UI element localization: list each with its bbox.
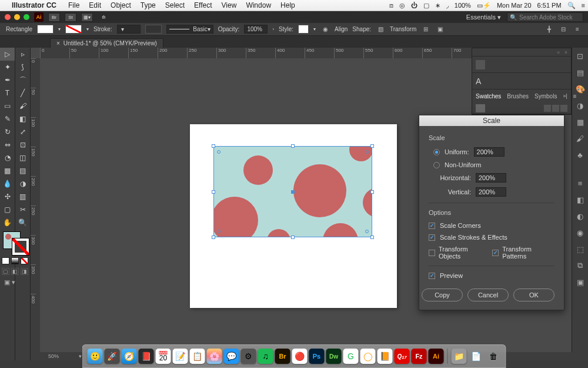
dock-illustrator[interactable]: Ai — [429, 349, 444, 364]
wifi-icon[interactable]: ◞ — [443, 2, 452, 9]
zoom-level[interactable]: 50% — [48, 353, 72, 359]
uniform-radio[interactable] — [433, 149, 440, 155]
dock-dreamweaver[interactable]: Dw — [326, 349, 342, 364]
dock-chrome[interactable]: 🔴 — [292, 349, 308, 364]
maximize-button[interactable] — [24, 14, 29, 20]
bluetooth-icon[interactable]: ∗ — [432, 2, 443, 9]
panel-gradient-icon[interactable]: ◧ — [572, 191, 588, 208]
panel-artboards-icon[interactable]: ▣ — [572, 274, 588, 290]
panel-symbols-icon[interactable]: ♣ — [572, 147, 588, 163]
menu-select[interactable]: Select — [161, 1, 189, 9]
character-panel-icon[interactable]: A — [476, 77, 481, 86]
spotlight-icon[interactable]: 🔍 — [564, 2, 579, 9]
graph-tool[interactable]: ▥ — [15, 190, 30, 203]
panel-transparency-icon[interactable]: ◐ — [572, 208, 588, 224]
curvature-tool[interactable]: ⌒ — [15, 74, 30, 87]
dock-photoshop[interactable]: Ps — [309, 349, 325, 364]
date[interactable]: Mon Mar 20 — [494, 2, 534, 9]
search-stock-input[interactable]: 🔍 Search Adobe Stock — [507, 12, 583, 22]
dock-launchpad[interactable]: 🚀 — [105, 349, 120, 364]
transform-icon[interactable]: ⊞ — [421, 25, 430, 34]
menu-file[interactable]: File — [64, 1, 84, 9]
graphic-style-swatch[interactable] — [298, 25, 309, 34]
menu-type[interactable]: Type — [136, 1, 161, 9]
dock-downloads[interactable]: 📁 — [452, 349, 467, 364]
panel-colorguide-icon[interactable]: ◑ — [572, 97, 588, 114]
free-transform-tool[interactable]: ⊡ — [15, 138, 30, 151]
tab-symbols[interactable]: Symbols — [534, 93, 557, 100]
blend-tool[interactable]: ◑ — [15, 177, 30, 190]
battery-pct[interactable]: 100% — [452, 2, 474, 9]
draw-behind-btn[interactable]: ◧ — [11, 268, 19, 275]
panel-graphicstyles-icon[interactable]: ⬚ — [572, 241, 588, 257]
panel-stroke-icon[interactable]: ≡ — [572, 175, 588, 191]
dock-safari[interactable]: 🧭 — [122, 349, 137, 364]
pencil-tool[interactable]: ✎ — [0, 112, 15, 125]
brush-tool[interactable]: 🖌 — [15, 100, 30, 112]
gradient-mode-btn[interactable] — [11, 257, 19, 264]
cc-icon[interactable]: ◎ — [396, 2, 408, 9]
type-tool[interactable]: T — [0, 87, 15, 100]
scale-corners-checkbox[interactable]: ✓ — [429, 223, 435, 229]
close-tab-icon[interactable]: × — [56, 40, 60, 47]
lasso-tool[interactable]: ⟆ — [15, 61, 30, 74]
stroke-weight-dropdown[interactable]: ▾ — [117, 25, 141, 34]
ok-button[interactable]: OK — [513, 289, 554, 301]
artboard[interactable] — [190, 124, 397, 308]
direct-selection-tool[interactable]: ▹ — [15, 48, 30, 61]
panel-properties-icon[interactable]: ⊡ — [572, 48, 588, 64]
pen-tool[interactable]: ✒ — [0, 74, 15, 87]
panel-appearance-icon[interactable]: ◉ — [572, 224, 588, 241]
vertical-input[interactable] — [476, 187, 506, 197]
gpu-button[interactable]: ⟰ — [98, 13, 109, 22]
scale-strokes-checkbox[interactable]: ✓ — [429, 234, 435, 241]
power-icon[interactable]: ⏻ — [408, 2, 420, 9]
ruler-vertical[interactable]: 050100150200250300350400 — [31, 58, 40, 352]
panel-menu-icon[interactable]: ≡ — [573, 25, 582, 34]
artboard-tool[interactable]: ▢ — [0, 203, 15, 216]
minimize-button[interactable] — [14, 14, 20, 20]
none-mode-btn[interactable] — [21, 257, 28, 264]
stock-button[interactable]: St — [65, 13, 76, 22]
brush-def-dropdown[interactable]: Basic ▾ — [166, 25, 213, 34]
fill-swatch[interactable] — [37, 25, 54, 34]
dock-trash[interactable]: 🗑 — [486, 349, 501, 364]
menu-effect[interactable]: Effect — [189, 1, 216, 9]
copy-button[interactable]: Copy — [422, 289, 463, 301]
rectangle-tool[interactable]: ▭ — [0, 100, 15, 112]
dock-spotify[interactable]: ♫ — [258, 349, 273, 364]
dock-notes[interactable]: 📝 — [173, 349, 188, 364]
shape-props-icon[interactable]: ▧ — [376, 25, 385, 34]
tab-swatches[interactable]: Swatches — [476, 93, 501, 100]
dock-photos[interactable]: 🌸 — [207, 349, 222, 364]
transform-objects-checkbox[interactable] — [429, 250, 435, 256]
gradient-tool[interactable]: ▤ — [15, 164, 30, 177]
preview-checkbox[interactable]: ✓ — [429, 273, 435, 279]
arrange-button[interactable]: ▦▾ — [81, 13, 93, 22]
magic-wand-tool[interactable]: ✦ — [0, 61, 15, 74]
floating-panel-group[interactable]: « × A Swatches Brushes Symbols »| ≡ — [472, 48, 572, 115]
opacity-input[interactable]: 100% — [244, 25, 268, 34]
transform-patterns-checkbox[interactable]: ✓ — [492, 250, 499, 256]
tab-brushes[interactable]: Brushes — [507, 93, 529, 100]
panel-swatches-icon[interactable]: ▦ — [572, 114, 588, 130]
dock-settings[interactable]: ⚙ — [241, 349, 256, 364]
menu-edit[interactable]: Edit — [84, 1, 106, 9]
line-tool[interactable]: ╱ — [15, 87, 30, 100]
fill-stroke-control[interactable]: ▢ ◧ ◨ ▣ ▾ — [2, 230, 29, 286]
dock-books[interactable]: 📙 — [377, 349, 393, 364]
swatch-thumb[interactable] — [476, 104, 485, 112]
color-mode-btn[interactable] — [2, 257, 9, 264]
dock-app-o[interactable]: ◯ — [360, 349, 376, 364]
hand-tool[interactable]: ✋ — [0, 216, 15, 229]
dock-contacts[interactable]: 📕 — [139, 349, 154, 364]
dock-quicken[interactable]: Q₁₇ — [395, 349, 410, 364]
menu-window[interactable]: Window — [241, 1, 276, 9]
dropbox-icon[interactable]: ⧈ — [386, 2, 396, 9]
draw-inside-btn[interactable]: ◨ — [21, 268, 28, 275]
menu-help[interactable]: Help — [276, 1, 300, 9]
rotate-tool[interactable]: ↻ — [0, 125, 15, 138]
snap-icon[interactable]: ⊟ — [559, 25, 568, 34]
dock-filezilla[interactable]: Fz — [412, 349, 427, 364]
width-tool[interactable]: ⇔ — [0, 138, 15, 151]
